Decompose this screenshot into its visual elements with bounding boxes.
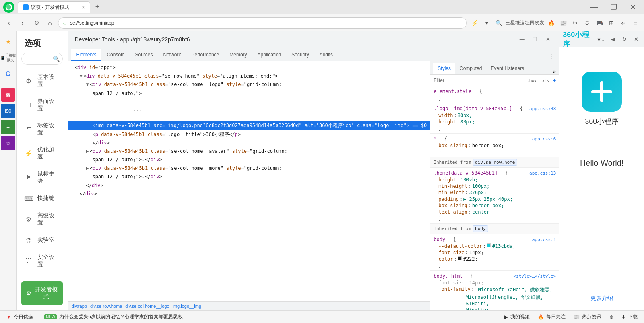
- dom-line[interactable]: <div id="app">: [68, 64, 430, 72]
- forward-button[interactable]: ›: [17, 17, 28, 29]
- bookmark-phone[interactable]: 📱手机收藏夹: [0, 51, 16, 65]
- app-more-link[interactable]: 更多介绍: [590, 295, 613, 302]
- close-button[interactable]: ✕: [625, 3, 641, 12]
- tab-network[interactable]: Network: [159, 49, 186, 61]
- styles-tab-styles[interactable]: Styles: [433, 63, 455, 74]
- miniapp-back-button[interactable]: ◀: [608, 35, 617, 44]
- settings-item-lab[interactable]: ⚗ 实验室: [17, 231, 68, 249]
- bottom-item-video[interactable]: ▶ 我的视频: [504, 313, 530, 320]
- dom-line[interactable]: </div>: [68, 181, 430, 190]
- settings-item-tabs[interactable]: 🏷 标签设置: [17, 117, 68, 141]
- style-source[interactable]: app.css:38: [529, 106, 556, 111]
- settings-item-adblock[interactable]: 🚫 广告过滤: [17, 273, 68, 276]
- dom-line[interactable]: ▼<div data-v-584e45b1 class="se-col home…: [68, 80, 430, 89]
- settings-item-security[interactable]: 🛡 安全设置: [17, 249, 68, 273]
- breadcrumb-item-home[interactable]: div.se-row.home: [90, 304, 122, 309]
- refresh-button[interactable]: ↻: [31, 17, 42, 29]
- bookmark-star[interactable]: ★: [1, 35, 15, 49]
- style-source-inline[interactable]: <style>…</style>: [513, 274, 556, 279]
- settings-item-mouse[interactable]: 🖱 鼠标手势: [17, 165, 68, 189]
- miniapp-refresh-button[interactable]: ↻: [620, 35, 629, 44]
- dom-line[interactable]: ...: [68, 98, 430, 122]
- miniapp-close-button[interactable]: ✕: [632, 35, 641, 44]
- tab-console[interactable]: Console: [102, 49, 129, 61]
- inherited-source[interactable]: div.se-row.home: [473, 159, 517, 166]
- bottom-item-daily[interactable]: ▼ 今日优选: [6, 313, 33, 320]
- bookmark-purple[interactable]: ☆: [1, 136, 15, 150]
- bookmark-green[interactable]: +: [1, 120, 15, 134]
- breadcrumb-item-img[interactable]: img.logo__img: [173, 304, 202, 309]
- dev-mode-button[interactable]: ⚙ 开发者模式: [21, 281, 63, 305]
- style-source[interactable]: app.css:13: [529, 171, 556, 176]
- dom-line[interactable]: ▼<div data-v-584e45b1 class="se-row home…: [68, 72, 430, 80]
- bookmark-isc[interactable]: ISC: [1, 104, 15, 118]
- styles-tab-event-listeners[interactable]: Event Listeners: [487, 63, 528, 74]
- styles-filter-input[interactable]: [433, 78, 524, 83]
- devtools-more-button[interactable]: ⋮: [546, 51, 556, 61]
- tab-sources[interactable]: Sources: [130, 49, 157, 61]
- dom-line-selected[interactable]: <img data-v-584e45b1 src="img/logo.png?6…: [68, 121, 430, 130]
- devtools-restore-button[interactable]: ❐: [530, 35, 540, 44]
- bookmark-google[interactable]: G: [1, 67, 15, 81]
- dom-line[interactable]: span 12 / auto;">…</div>: [68, 156, 430, 164]
- dom-line[interactable]: </div>: [68, 190, 430, 198]
- tab-elements[interactable]: Elements: [71, 49, 101, 61]
- active-tab[interactable]: 该项 - 开发者模式 ×: [18, 1, 90, 13]
- tab-application[interactable]: Application: [253, 49, 286, 61]
- bottom-item-hot[interactable]: 📰 热点资讯: [574, 313, 601, 320]
- mouse-settings-label: 鼠标手势: [37, 170, 60, 185]
- search-nav-button[interactable]: 🔍: [493, 18, 504, 28]
- style-source[interactable]: app.css:6: [532, 136, 556, 142]
- filter-cls-button[interactable]: .cls: [541, 77, 551, 84]
- settings-item-advanced[interactable]: ⚙ 高级设置: [17, 207, 68, 231]
- shield-button[interactable]: 🛡: [582, 18, 592, 28]
- back-button[interactable]: ‹: [3, 17, 14, 29]
- apps-button[interactable]: ⊞: [606, 18, 617, 28]
- maximize-button[interactable]: ❐: [606, 3, 622, 12]
- tab-security[interactable]: Security: [287, 49, 314, 61]
- breadcrumb-item-logo[interactable]: div.se-col.home__logo: [125, 304, 169, 309]
- dom-line[interactable]: span 12 / auto;">…</div>: [68, 173, 430, 181]
- settings-item-interface[interactable]: □ 界面设置: [17, 93, 68, 117]
- interface-settings-icon: □: [25, 101, 33, 109]
- dom-line[interactable]: span 12 / auto;">: [68, 89, 430, 98]
- bottom-news-text: 为什么会丢失6岁以前的记忆？心理学家的答案颠覆思恳板: [59, 313, 183, 320]
- tab-audits[interactable]: Audits: [315, 49, 338, 61]
- filter-add-button[interactable]: +: [553, 77, 556, 84]
- new-tab-button[interactable]: +: [92, 2, 103, 13]
- lightning-button[interactable]: ⚡: [469, 18, 480, 28]
- settings-item-basic[interactable]: ⚙ 基本设置: [17, 69, 68, 93]
- dom-line[interactable]: <p data-v-584e45b1 class="logo__title">3…: [68, 130, 430, 139]
- undo-button[interactable]: ↩: [618, 18, 629, 28]
- bookmark-weibo[interactable]: 微: [1, 88, 15, 102]
- style-source[interactable]: app.css:1: [532, 237, 556, 242]
- home-button[interactable]: ⌂: [44, 17, 56, 29]
- settings-item-speed[interactable]: ⚡ 优化加速: [17, 141, 68, 165]
- dom-line[interactable]: ▶<div data-v-584e45b1 class="se-col home…: [68, 147, 430, 156]
- bottom-item-download[interactable]: ⬇ 下载: [621, 313, 638, 320]
- breadcrumb-item-app[interactable]: div#app: [71, 304, 87, 309]
- address-bar[interactable]: 🛡 se://settings/miniapp: [58, 17, 467, 29]
- tab-close-button[interactable]: ×: [82, 4, 85, 10]
- dropdown-button[interactable]: ▾: [481, 18, 492, 28]
- bottom-item-daily-focus[interactable]: 🔥 每日关注: [538, 313, 566, 320]
- fire-button[interactable]: 🔥: [546, 18, 556, 28]
- filter-hov-button[interactable]: :hov: [526, 77, 538, 84]
- dom-line[interactable]: </div>: [68, 139, 430, 147]
- styles-tab-more[interactable]: »: [553, 68, 556, 74]
- scissors-button[interactable]: ✂: [570, 18, 580, 28]
- dom-line[interactable]: ▶<div data-v-584e45b1 class="se-col home…: [68, 164, 430, 173]
- devtools-close-button[interactable]: ✕: [543, 35, 553, 44]
- gamepad-button[interactable]: 🎮: [594, 18, 605, 28]
- minimize-button[interactable]: —: [586, 3, 603, 11]
- tab-memory[interactable]: Memory: [225, 49, 252, 61]
- settings-item-shortcuts[interactable]: ⌨ 快捷键: [17, 189, 68, 207]
- tab-performance[interactable]: Performance: [187, 49, 224, 61]
- devtools-minimize-button[interactable]: —: [517, 35, 527, 44]
- bottom-item-news[interactable]: NEW 为什么会丢失6岁以前的记忆？心理学家的答案颠覆思恳板: [43, 313, 183, 320]
- bottom-item-plus[interactable]: ⊕: [609, 313, 613, 320]
- styles-tab-computed[interactable]: Computed: [456, 63, 486, 74]
- news-button[interactable]: 📰: [558, 18, 568, 28]
- inherited-source-body[interactable]: body: [473, 225, 488, 232]
- menu-button[interactable]: ≡: [630, 18, 641, 28]
